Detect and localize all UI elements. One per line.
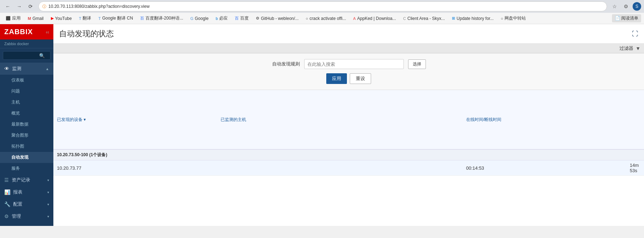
reading-list-btn[interactable]: 📄 阅读清单 xyxy=(612,14,641,22)
admin-arrow-icon: ▾ xyxy=(47,215,49,218)
bookmark-baidu[interactable]: 百 百度 xyxy=(232,14,252,22)
filter-bar-label: 过滤器 xyxy=(619,45,633,52)
bookmark-github-label: GitHub - webleon/... xyxy=(261,16,299,21)
bookmark-baidu-translate[interactable]: 百 百度翻译-200种语... xyxy=(137,14,186,22)
col-header-updown-time: 在线时间/断线时间 xyxy=(463,90,626,149)
bookmark-baidu-translate-label: 百度翻译-200种语... xyxy=(146,15,183,21)
sidebar-item-assets[interactable]: ☰ 资产记录 ▾ xyxy=(0,174,53,186)
sidebar-item-problems[interactable]: 问题 xyxy=(0,86,53,97)
sidebar-item-aggregate-graphs[interactable]: 聚合图形 xyxy=(0,130,53,141)
bookmark-bing[interactable]: b 必应 xyxy=(213,14,231,22)
sidebar-item-hosts[interactable]: 主机 xyxy=(0,97,53,108)
bookmark-appked[interactable]: A AppKed | Downloa... xyxy=(350,15,399,22)
google-favicon: G xyxy=(190,16,194,21)
filter-rule-input[interactable] xyxy=(304,59,404,69)
page-header-actions: ⛶ xyxy=(632,30,638,38)
bookmarks-bar: ⬛ 应用 M Gmail ▶ YouTube T 翻译 T Google 翻译 … xyxy=(0,13,644,24)
sidebar-item-monitoring-label: 监测 xyxy=(12,65,21,72)
bookmark-crack[interactable]: ○ crack activate offi... xyxy=(303,15,349,22)
config-arrow-icon: ▾ xyxy=(47,202,49,206)
sidebar-item-services[interactable]: 服务 xyxy=(0,163,53,174)
address-bar[interactable]: ⓘ 10.20.70.113:8080/zabbix.php?action=di… xyxy=(38,1,607,11)
filter-select-button[interactable]: 选择 xyxy=(408,59,426,69)
sidebar-search-input[interactable] xyxy=(3,51,51,60)
monitoring-icon: 👁 xyxy=(4,66,9,72)
browser-titlebar: ← → ⟳ ⓘ 10.20.70.113:8080/zabbix.php?act… xyxy=(0,0,644,13)
filter-apply-button[interactable]: 应用 xyxy=(326,73,347,84)
bookmark-client-area[interactable]: C Client Area - Skyx... xyxy=(400,15,448,22)
monitoring-arrow-icon: ▲ xyxy=(46,67,49,71)
fullscreen-button[interactable]: ⛶ xyxy=(632,30,638,38)
nav-section: 👁 监测 ▲ 仪表板 问题 主机 概览 最新数据 聚合图形 拓扑图 自动发现 服… xyxy=(0,63,53,222)
group-row-cell: 10.20.73.50-100 (1个设备) xyxy=(53,149,644,160)
sidebar-item-topology[interactable]: 拓扑图 xyxy=(0,141,53,152)
sidebar-item-monitoring[interactable]: 👁 监测 ▲ xyxy=(0,63,53,75)
filter-section: 自动发现规则 选择 应用 重设 xyxy=(53,53,644,90)
col-monitored-label: 已监测的主机 xyxy=(221,117,246,122)
netdisk-favicon: ○ xyxy=(501,16,503,21)
bookmark-gmail-label: Gmail xyxy=(32,16,43,21)
bookmark-google[interactable]: G Google xyxy=(188,15,211,22)
bookmark-google-translate-cn[interactable]: T Google 翻译 CN xyxy=(95,14,136,22)
sidebar-item-overview[interactable]: 概览 xyxy=(0,108,53,119)
table-container: 已发现的设备 ▾ 已监测的主机 在线时间/断线时间 Zabbix: system… xyxy=(53,90,644,226)
bookmark-button[interactable]: ☆ xyxy=(610,2,619,11)
browser-actions: ☆ ⚙ S xyxy=(610,2,641,11)
config-icon: 🔧 xyxy=(4,201,10,207)
sidebar-collapse-btn[interactable]: ‹‹ xyxy=(46,29,49,35)
bookmark-apps-label: 应用 xyxy=(12,15,21,21)
filter-actions: 应用 重设 xyxy=(59,73,638,84)
sidebar-item-discovery[interactable]: 自动发现 xyxy=(0,152,53,163)
filter-funnel-icon[interactable]: ▼ xyxy=(635,46,640,51)
col-updown-label: 在线时间/断线时间 xyxy=(466,117,501,122)
col-discovered-label: 已发现的设备 xyxy=(57,117,83,122)
bookmark-update-history[interactable]: ⊞ Update history for... xyxy=(449,15,496,22)
profile-button[interactable]: S xyxy=(633,2,641,11)
bookmark-update-history-label: Update history for... xyxy=(456,16,493,21)
sort-icon: ▾ xyxy=(84,117,86,122)
zabbix-logo-text: ZABBIX xyxy=(4,28,33,36)
sidebar-item-config[interactable]: 🔧 配置 ▾ xyxy=(0,198,53,210)
refresh-button[interactable]: ⟳ xyxy=(26,1,36,11)
app-container: ZABBIX ‹‹ Zabbix docker 🔍 👁 监测 ▲ 仪表板 问题 xyxy=(0,24,644,226)
page-header: 自动发现的状态 ⛶ xyxy=(53,24,644,44)
github-favicon: ⚙ xyxy=(256,16,259,21)
sidebar-item-admin-label: 管理 xyxy=(12,213,21,220)
sidebar-item-latest-data[interactable]: 最新数据 xyxy=(0,119,53,130)
bookmark-client-area-label: Client Area - Skyx... xyxy=(407,16,445,21)
admin-icon: ⚙ xyxy=(4,213,9,219)
bookmark-bing-label: 必应 xyxy=(219,15,228,21)
extensions-button[interactable]: ⚙ xyxy=(621,2,630,11)
filter-bar: 过滤器 ▼ xyxy=(53,44,644,53)
table-row: 10.20.73.77 00:14:53 14m 53s xyxy=(53,160,644,176)
bookmark-apps[interactable]: ⬛ 应用 xyxy=(3,14,23,22)
gmail-favicon: M xyxy=(28,16,31,21)
discovery-table: 已发现的设备 ▾ 已监测的主机 在线时间/断线时间 Zabbix: system… xyxy=(53,90,644,176)
bing-favicon: b xyxy=(216,16,218,21)
filter-rule-label: 自动发现规则 xyxy=(271,61,300,67)
sidebar-item-admin[interactable]: ⚙ 管理 ▾ xyxy=(0,210,53,222)
apps-favicon: ⬛ xyxy=(6,16,11,21)
bookmark-github[interactable]: ⚙ GitHub - webleon/... xyxy=(253,15,301,22)
sidebar-item-reports[interactable]: 📊 报表 ▾ xyxy=(0,186,53,198)
bookmark-gmail[interactable]: M Gmail xyxy=(25,15,47,22)
filter-reset-button[interactable]: 重设 xyxy=(350,73,371,84)
reports-icon: 📊 xyxy=(4,189,10,195)
table-group-row: 10.20.73.50-100 (1个设备) xyxy=(53,149,644,160)
bookmark-youtube-label: YouTube xyxy=(55,16,72,21)
browser-chrome: ← → ⟳ ⓘ 10.20.70.113:8080/zabbix.php?act… xyxy=(0,0,644,24)
sidebar-item-assets-label: 资产记录 xyxy=(12,177,30,183)
updown-cell: 00:14:53 xyxy=(463,160,626,176)
sidebar-item-dashboard[interactable]: 仪表板 xyxy=(0,75,53,86)
bookmark-youtube[interactable]: ▶ YouTube xyxy=(48,15,75,22)
bookmark-translate-label: 翻译 xyxy=(83,15,91,21)
col-header-monitored-hosts: 已监测的主机 xyxy=(217,90,463,149)
col-header-discovered-devices[interactable]: 已发现的设备 ▾ xyxy=(53,90,217,149)
back-button[interactable]: ← xyxy=(3,1,13,11)
bookmark-baidu-label: 百度 xyxy=(240,15,249,21)
bookmark-netdisk[interactable]: ○ 网盘中转站 xyxy=(498,14,529,22)
bookmark-google-translate-cn-label: Google 翻译 CN xyxy=(102,15,133,21)
forward-button[interactable]: → xyxy=(14,1,24,11)
bookmark-translate[interactable]: T 翻译 xyxy=(76,14,94,22)
host-cell xyxy=(217,160,463,176)
